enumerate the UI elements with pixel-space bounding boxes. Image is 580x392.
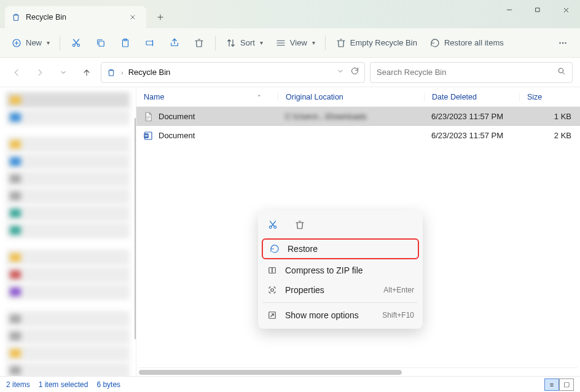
- empty-recycle-bin-button[interactable]: Empty Recycle Bin: [331, 33, 422, 53]
- sidebar-item[interactable]: [6, 136, 130, 152]
- address-text: Recycle Bin: [128, 68, 332, 77]
- maximize-button[interactable]: [523, 0, 552, 20]
- status-bar: 2 items 1 item selected 6 bytes ≡ ▢: [0, 376, 580, 392]
- back-button[interactable]: [7, 63, 26, 82]
- horizontal-scrollbar[interactable]: [139, 367, 578, 376]
- status-bytes: 6 bytes: [96, 380, 120, 389]
- separator: [215, 36, 216, 50]
- navigation-pane[interactable]: [0, 87, 136, 376]
- column-size[interactable]: Size: [519, 93, 580, 101]
- column-date-deleted[interactable]: Date Deleted: [424, 93, 519, 101]
- context-properties-shortcut: Alt+Enter: [383, 286, 414, 294]
- details-view-button[interactable]: ≡: [544, 378, 559, 391]
- search-input[interactable]: [377, 68, 557, 77]
- address-bar[interactable]: › Recycle Bin: [101, 62, 365, 83]
- file-original-location: C:\Users\...\Downloads: [278, 131, 424, 140]
- status-selection: 1 item selected: [39, 380, 88, 389]
- status-item-count: 2 items: [6, 380, 30, 389]
- context-compress[interactable]: Compress to ZIP file: [258, 261, 423, 280]
- sidebar-item[interactable]: [6, 188, 130, 204]
- zip-icon: [267, 265, 278, 276]
- file-original-location: C:\Users\...\Downloads: [278, 112, 424, 121]
- file-date: 6/23/2023 11:57 PM: [424, 131, 519, 140]
- show-more-icon: [267, 310, 278, 321]
- view-label: View: [290, 38, 307, 47]
- column-name[interactable]: Name ⌃: [136, 93, 278, 101]
- new-tab-button[interactable]: [150, 7, 171, 28]
- context-show-more[interactable]: Show more options Shift+F10: [258, 305, 423, 325]
- svg-rect-7: [146, 41, 153, 45]
- context-delete-button[interactable]: [291, 216, 308, 233]
- svg-point-10: [565, 42, 566, 43]
- properties-icon: [267, 284, 278, 296]
- sidebar-item[interactable]: [6, 328, 130, 344]
- sidebar-item[interactable]: [6, 249, 130, 265]
- restore-all-label: Restore all items: [444, 38, 504, 47]
- sort-ascending-icon: ⌃: [257, 94, 262, 100]
- context-restore[interactable]: Restore: [262, 238, 419, 259]
- sidebar-item[interactable]: [6, 92, 130, 108]
- paste-button[interactable]: [114, 33, 136, 53]
- tab-close-button[interactable]: [125, 10, 140, 25]
- sidebar-item[interactable]: [6, 311, 130, 327]
- recent-locations-button[interactable]: [54, 63, 72, 82]
- close-window-button[interactable]: [552, 0, 580, 20]
- file-name: Document: [159, 131, 195, 140]
- rename-button[interactable]: [139, 33, 161, 53]
- context-properties-label: Properties: [285, 285, 324, 295]
- sidebar-item[interactable]: [6, 363, 130, 376]
- svg-point-9: [562, 42, 563, 43]
- svg-rect-13: [144, 133, 149, 138]
- separator: [60, 36, 60, 50]
- context-restore-label: Restore: [288, 244, 318, 254]
- sidebar-item[interactable]: [6, 267, 130, 283]
- separator: [325, 36, 326, 50]
- new-button[interactable]: New ▾: [6, 33, 55, 53]
- sidebar-item[interactable]: [6, 345, 130, 361]
- context-menu: Restore Compress to ZIP file Properties …: [258, 210, 423, 329]
- tab-title: Recycle Bin: [26, 13, 125, 22]
- view-mode-buttons: ≡ ▢: [544, 378, 574, 391]
- file-row[interactable]: Document C:\Users\...\Downloads 6/23/202…: [136, 107, 580, 126]
- minimize-button[interactable]: [495, 0, 523, 20]
- scrollbar-thumb[interactable]: [139, 370, 402, 375]
- icons-view-button[interactable]: ▢: [559, 378, 574, 391]
- sidebar-item[interactable]: [6, 109, 130, 125]
- search-icon: [557, 66, 566, 78]
- navigation-bar: › Recycle Bin: [0, 58, 580, 87]
- view-button[interactable]: View ▾: [270, 33, 320, 53]
- context-quick-actions: [258, 214, 423, 237]
- tab-recycle-bin[interactable]: Recycle Bin: [5, 6, 146, 28]
- refresh-button[interactable]: [350, 66, 359, 78]
- cut-button[interactable]: [65, 33, 87, 53]
- delete-button[interactable]: [188, 33, 210, 53]
- sidebar-item[interactable]: [6, 205, 130, 221]
- empty-label: Empty Recycle Bin: [350, 38, 417, 47]
- context-properties[interactable]: Properties Alt+Enter: [258, 280, 423, 300]
- svg-rect-4: [99, 41, 104, 46]
- text-file-icon: [143, 111, 154, 122]
- file-row[interactable]: Document C:\Users\...\Downloads 6/23/202…: [136, 126, 580, 145]
- context-cut-button[interactable]: [264, 216, 281, 233]
- column-original-location[interactable]: Original Location: [278, 93, 424, 101]
- copy-button[interactable]: [90, 33, 112, 53]
- sidebar-item[interactable]: [6, 171, 130, 187]
- sidebar-item[interactable]: [6, 222, 130, 238]
- context-separator: [263, 302, 418, 303]
- up-button[interactable]: [77, 63, 96, 82]
- recycle-bin-icon: [106, 68, 116, 77]
- sidebar-item[interactable]: [6, 154, 130, 170]
- sidebar-item[interactable]: [6, 284, 130, 300]
- more-button[interactable]: [552, 33, 574, 53]
- search-box[interactable]: [370, 62, 573, 83]
- restore-icon: [269, 243, 280, 254]
- restore-all-button[interactable]: Restore all items: [425, 33, 509, 53]
- sort-button[interactable]: Sort ▾: [221, 33, 268, 53]
- share-button[interactable]: [163, 33, 186, 53]
- address-dropdown-button[interactable]: [337, 66, 344, 78]
- forward-button[interactable]: [31, 63, 49, 82]
- main-area: Name ⌃ Original Location Date Deleted Si…: [0, 87, 580, 376]
- file-size: 1 KB: [519, 112, 580, 121]
- sort-label: Sort: [240, 38, 255, 47]
- breadcrumb-separator: ›: [121, 69, 123, 76]
